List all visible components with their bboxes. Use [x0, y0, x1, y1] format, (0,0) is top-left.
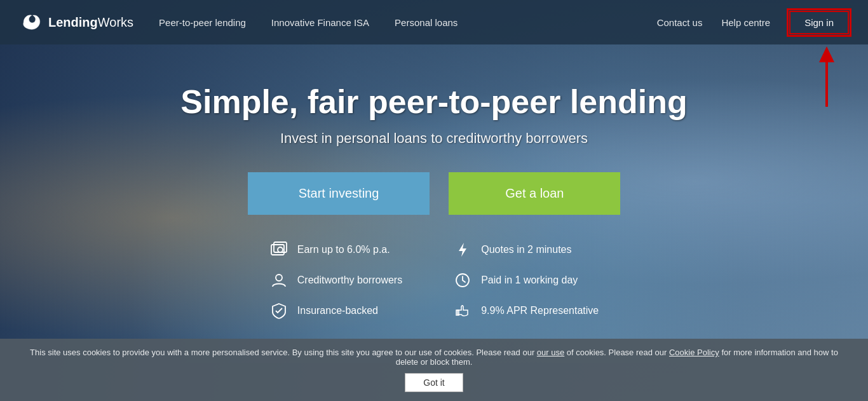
hero-content: Simple, fair peer-to-peer lending Invest… [0, 44, 868, 320]
features-left: Earn up to 6.0% p.a. Creditworthy borrow… [269, 240, 402, 320]
features-right: Quotes in 2 minutes Paid in 1 working da… [453, 240, 599, 320]
logo-icon [19, 11, 42, 34]
nav-right: Contact us Help centre Sign in [657, 11, 849, 34]
nav-link-personal-loans[interactable]: Personal loans [395, 17, 458, 28]
apr-text: 9.9% APR Representative [481, 305, 599, 316]
got-it-button[interactable]: Got it [405, 373, 463, 392]
hero-title: Simple, fair peer-to-peer lending [180, 83, 687, 121]
borrower-icon [269, 271, 288, 290]
cookie-our-use-link[interactable]: our use [537, 348, 564, 357]
earn-icon [269, 240, 288, 259]
creditworthy-text: Creditworthy borrowers [297, 275, 402, 286]
feature-earn: Earn up to 6.0% p.a. [269, 240, 402, 259]
paid-text: Paid in 1 working day [481, 275, 578, 286]
logo[interactable]: LendingWorks [19, 11, 133, 34]
feature-apr: 9.9% APR Representative [453, 301, 599, 320]
hero-subtitle: Invest in personal loans to creditworthy… [280, 130, 588, 147]
svg-point-4 [278, 247, 283, 252]
cookie-banner: This site uses cookies to provide you wi… [0, 339, 868, 401]
insurance-text: Insurance-backed [297, 305, 378, 316]
cookie-policy-link[interactable]: Cookie Policy [669, 348, 719, 357]
clock-icon [453, 271, 472, 290]
cta-buttons: Start investing Get a loan [248, 172, 621, 215]
sign-in-button[interactable]: Sign in [789, 11, 849, 34]
logo-text: LendingWorks [48, 15, 133, 30]
get-a-loan-button[interactable]: Get a loan [449, 172, 620, 215]
features-section: Earn up to 6.0% p.a. Creditworthy borrow… [269, 240, 599, 320]
contact-us-link[interactable]: Contact us [657, 17, 703, 28]
lightning-icon [453, 240, 472, 259]
nav-links: Peer-to-peer lending Innovative Finance … [159, 17, 458, 28]
thumbsup-icon [453, 301, 472, 320]
quotes-text: Quotes in 2 minutes [481, 244, 571, 255]
feature-quotes: Quotes in 2 minutes [453, 240, 599, 259]
svg-point-5 [276, 275, 282, 281]
navigation: LendingWorks Peer-to-peer lending Innova… [0, 0, 868, 44]
shield-icon [269, 301, 288, 320]
nav-link-p2p[interactable]: Peer-to-peer lending [159, 17, 246, 28]
start-investing-button[interactable]: Start investing [248, 172, 430, 215]
help-centre-link[interactable]: Help centre [721, 17, 770, 28]
nav-link-isa[interactable]: Innovative Finance ISA [271, 17, 369, 28]
svg-marker-1 [819, 46, 834, 62]
feature-creditworthy: Creditworthy borrowers [269, 271, 402, 290]
feature-insurance: Insurance-backed [269, 301, 402, 320]
cookie-text: This site uses cookies to provide you wi… [19, 348, 849, 367]
red-arrow-annotation [808, 43, 846, 119]
feature-paid: Paid in 1 working day [453, 271, 599, 290]
earn-text: Earn up to 6.0% p.a. [297, 244, 390, 255]
nav-left: LendingWorks Peer-to-peer lending Innova… [19, 11, 458, 34]
